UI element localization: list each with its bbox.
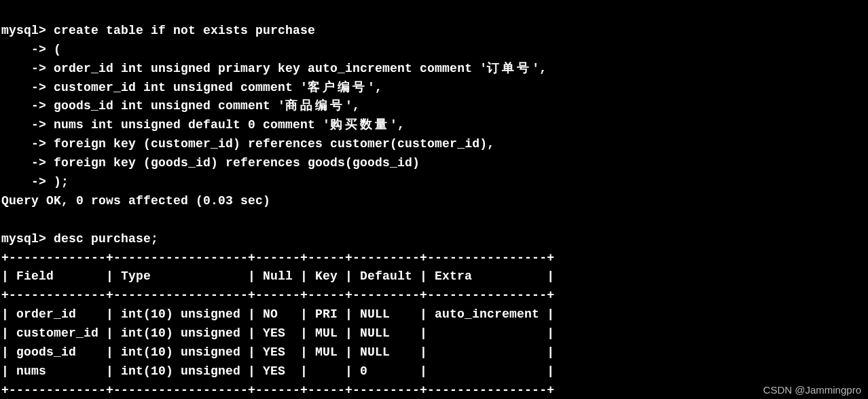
- sql-desc: desc purchase;: [54, 232, 158, 246]
- sql-line: foreign key (goods_id) references goods(…: [54, 156, 420, 170]
- cont-prompt: ->: [1, 43, 46, 56]
- cont-prompt: ->: [1, 137, 46, 151]
- cont-prompt: ->: [1, 81, 46, 94]
- table-border: +-------------+------------------+------…: [1, 288, 554, 302]
- table-border: +-------------+------------------+------…: [1, 251, 554, 265]
- prompt: mysql>: [1, 232, 46, 246]
- table-row: | goods_id | int(10) unsigned | YES | MU…: [1, 345, 554, 359]
- cont-prompt: ->: [1, 99, 46, 113]
- sql-line: nums int unsigned default 0 comment '购买数…: [54, 118, 405, 132]
- table-header: | Field | Type | Null | Key | Default | …: [1, 269, 554, 283]
- sql-line: );: [54, 175, 69, 189]
- sql-line: (: [54, 43, 61, 56]
- table-row: | customer_id | int(10) unsigned | YES |…: [1, 326, 554, 340]
- query-ok: Query OK, 0 rows affected (0.03 sec): [1, 194, 270, 208]
- cont-prompt: ->: [1, 156, 46, 170]
- table-row: | nums | int(10) unsigned | YES | | 0 | …: [1, 364, 554, 378]
- cont-prompt: ->: [1, 62, 46, 75]
- table-border: +-------------+------------------+------…: [1, 383, 554, 397]
- watermark: CSDN @Jammingpro: [763, 382, 861, 398]
- sql-line: goods_id int unsigned comment '商品编号',: [54, 99, 360, 113]
- cont-prompt: ->: [1, 175, 46, 189]
- sql-line: order_id int unsigned primary key auto_i…: [54, 62, 547, 75]
- cont-prompt: ->: [1, 118, 46, 132]
- prompt: mysql>: [1, 24, 46, 37]
- terminal-output[interactable]: mysql> create table if not exists purcha…: [1, 3, 868, 399]
- sql-line: foreign key (customer_id) references cus…: [54, 137, 494, 151]
- table-row: | order_id | int(10) unsigned | NO | PRI…: [1, 307, 554, 321]
- sql-line: customer_id int unsigned comment '客户编号',: [54, 81, 382, 94]
- sql-line: create table if not exists purchase: [54, 24, 315, 37]
